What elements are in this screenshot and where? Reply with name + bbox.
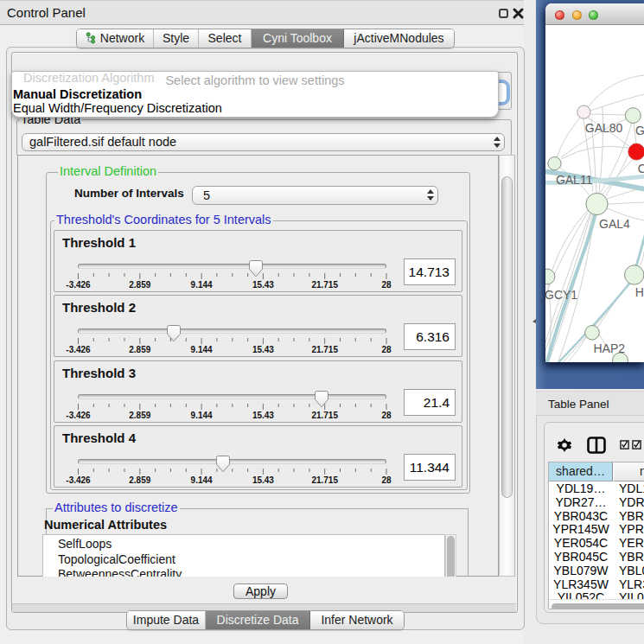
svg-text:2.859: 2.859 [129, 280, 150, 290]
svg-text:GAL4: GAL4 [599, 217, 630, 231]
svg-text:2.859: 2.859 [129, 345, 150, 354]
svg-text:GAL80: GAL80 [585, 121, 623, 135]
svg-text:21.715: 21.715 [311, 411, 338, 420]
svg-text:9.144: 9.144 [191, 475, 213, 485]
svg-text:9.144: 9.144 [191, 345, 213, 354]
svg-text:-3.426: -3.426 [66, 475, 91, 485]
svg-text:9.144: 9.144 [191, 280, 213, 290]
svg-text:GA: GA [635, 124, 644, 137]
svg-text:9.144: 9.144 [191, 411, 213, 420]
svg-text:21.715: 21.715 [311, 475, 338, 485]
svg-text:21.715: 21.715 [311, 345, 338, 354]
svg-text:H: H [635, 285, 644, 299]
svg-text:2.859: 2.859 [129, 411, 150, 420]
svg-text:15.43: 15.43 [252, 345, 274, 354]
svg-text:15.43: 15.43 [252, 411, 274, 420]
svg-text:28: 28 [381, 475, 392, 485]
svg-text:28: 28 [381, 280, 392, 290]
svg-text:GCY1: GCY1 [545, 288, 577, 302]
svg-text:-3.426: -3.426 [66, 280, 91, 290]
svg-text:28: 28 [381, 411, 392, 420]
svg-text:GAL11: GAL11 [556, 173, 593, 187]
svg-text:CR: CR [638, 162, 644, 175]
svg-text:21.715: 21.715 [311, 280, 338, 290]
svg-text:2.859: 2.859 [129, 475, 150, 485]
svg-text:-3.426: -3.426 [66, 411, 91, 420]
svg-text:15.43: 15.43 [252, 475, 274, 485]
svg-text:28: 28 [381, 345, 392, 354]
svg-text:15.43: 15.43 [252, 280, 274, 290]
svg-text:HAP2: HAP2 [594, 341, 626, 355]
svg-text:-3.426: -3.426 [66, 345, 91, 354]
